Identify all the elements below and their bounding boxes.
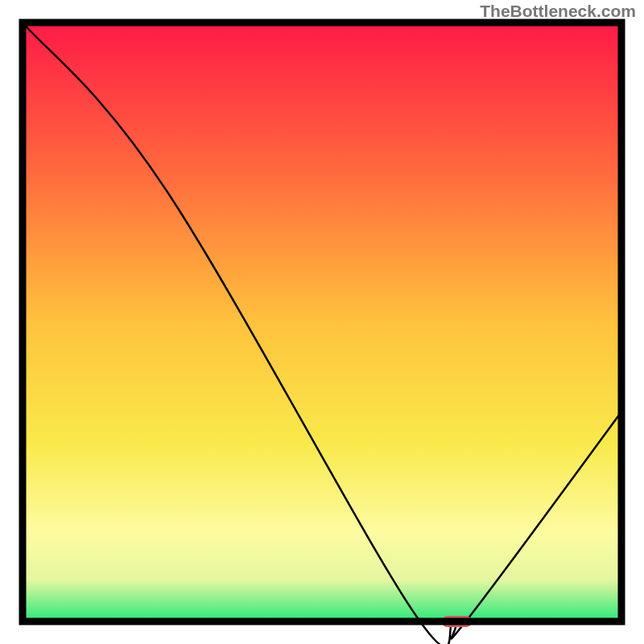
bottleneck-chart: [0, 0, 644, 644]
plot-background: [23, 23, 621, 621]
watermark-text: TheBottleneck.com: [480, 2, 636, 21]
chart-container: TheBottleneck.com: [0, 0, 644, 644]
